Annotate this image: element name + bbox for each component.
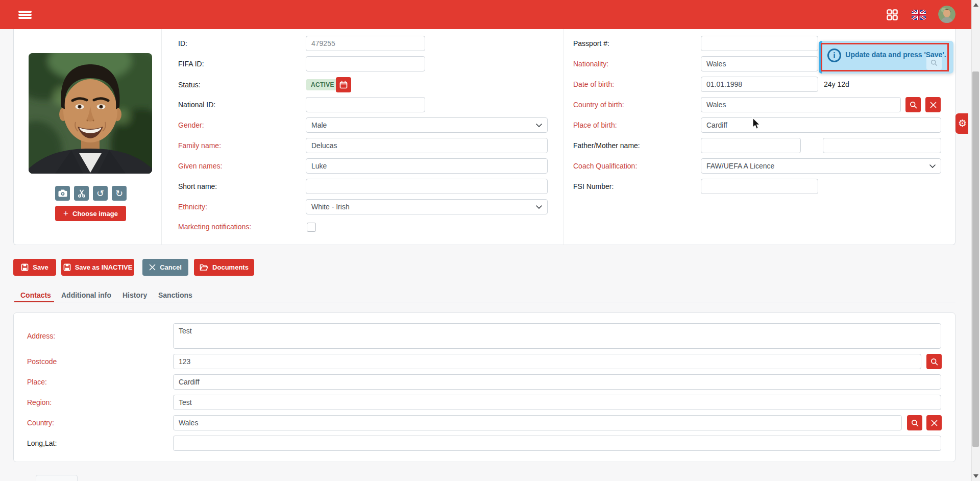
apps-grid-icon: [887, 9, 898, 20]
father-name-input[interactable]: [701, 138, 801, 153]
gender-select[interactable]: Male: [306, 117, 548, 133]
save-button[interactable]: Save: [13, 259, 56, 276]
gender-value: Male: [311, 121, 327, 129]
tab-additional-info[interactable]: Additional info: [61, 288, 111, 302]
cancel-button[interactable]: Cancel: [142, 259, 188, 276]
photo-redo-button[interactable]: ↻: [112, 186, 127, 201]
partial-button[interactable]: [36, 475, 78, 481]
camera-icon: [58, 189, 67, 197]
cancel-label: Cancel: [160, 263, 182, 271]
tab-history[interactable]: History: [122, 288, 147, 302]
save-as-inactive-label: Save as INACTIVE: [75, 263, 133, 271]
postcode-label: Postcode: [27, 354, 57, 369]
redo-icon: ↻: [115, 189, 123, 198]
address-label: Address:: [27, 328, 55, 344]
family-name-input[interactable]: [306, 138, 548, 153]
date-of-birth-input[interactable]: [701, 77, 818, 92]
long-lat-input[interactable]: [173, 436, 941, 451]
mouse-cursor: [752, 117, 762, 131]
save-hint-tooltip: i Update data and press 'Save'.: [819, 41, 953, 74]
active-tab-underline: [14, 301, 54, 302]
place-label: Place:: [27, 374, 47, 390]
menu-button[interactable]: [15, 6, 35, 23]
portrait-image: [29, 53, 152, 174]
chevron-down-icon: [536, 205, 542, 209]
close-icon: [149, 264, 156, 271]
tab-contacts[interactable]: Contacts: [20, 288, 51, 302]
status-history-button[interactable]: [336, 77, 351, 92]
save-icon: [63, 263, 71, 271]
choose-image-button[interactable]: + Choose image: [55, 206, 126, 221]
id-input[interactable]: [306, 36, 425, 51]
postcode-search-button[interactable]: [926, 354, 942, 369]
chevron-down-icon: [536, 124, 542, 127]
ethnicity-label: Ethnicity:: [178, 199, 207, 214]
photo-undo-button[interactable]: ↺: [93, 186, 108, 201]
save-label: Save: [33, 263, 48, 271]
photo-crop-button[interactable]: [74, 186, 89, 201]
search-icon: [911, 419, 919, 427]
tabs-divider: [13, 302, 955, 302]
mother-name-input[interactable]: [823, 138, 941, 153]
user-avatar[interactable]: [938, 6, 955, 23]
coach-qualification-select[interactable]: FAW/UEFA A Licence: [701, 158, 941, 174]
country-input[interactable]: [173, 415, 902, 430]
date-of-birth-label: Date of birth:: [573, 77, 614, 92]
uk-flag-icon: [912, 10, 926, 20]
short-name-input[interactable]: [306, 179, 548, 194]
settings-panel-button[interactable]: ⚙: [955, 113, 968, 134]
postcode-input[interactable]: [173, 354, 921, 369]
country-clear-button[interactable]: [926, 415, 942, 430]
documents-label: Documents: [212, 263, 249, 271]
status-badge: ACTIVE: [306, 79, 339, 90]
plus-icon: +: [63, 208, 68, 219]
column-divider: [161, 29, 162, 245]
id-label: ID:: [178, 36, 187, 51]
country-of-birth-clear-button[interactable]: [925, 97, 941, 112]
country-of-birth-input[interactable]: [701, 97, 901, 112]
search-icon: [930, 358, 938, 366]
undo-icon: ↺: [96, 189, 104, 198]
fsi-number-input[interactable]: [701, 179, 818, 194]
passport-input[interactable]: [701, 36, 818, 51]
tooltip-text: Update data and press 'Save'.: [845, 49, 946, 61]
coach-qualification-label: Coach Qualification:: [573, 158, 637, 174]
tab-sanctions[interactable]: Sanctions: [158, 288, 192, 302]
country-label: Country:: [27, 415, 54, 430]
passport-label: Passport #:: [573, 36, 609, 51]
gender-label: Gender:: [178, 117, 204, 133]
nationality-label: Nationality:: [573, 56, 608, 71]
chevron-down-icon: [929, 164, 936, 168]
person-photo: [29, 53, 152, 174]
given-names-input[interactable]: [306, 158, 548, 174]
close-icon: [930, 102, 937, 108]
fifa-id-input[interactable]: [306, 56, 425, 71]
region-input[interactable]: [173, 395, 941, 410]
country-of-birth-search-button[interactable]: [905, 97, 921, 112]
national-id-input[interactable]: [306, 97, 425, 112]
place-input[interactable]: [173, 374, 941, 390]
photo-camera-button[interactable]: [55, 186, 70, 201]
hamburger-icon: [18, 10, 32, 20]
country-search-button[interactable]: [907, 415, 922, 430]
calendar-icon: [339, 81, 348, 89]
place-of-birth-label: Place of birth:: [573, 117, 617, 133]
scroll-up-icon[interactable]: [973, 3, 978, 7]
scroll-down-icon[interactable]: [973, 474, 978, 478]
apps-button[interactable]: [885, 8, 900, 22]
address-textarea[interactable]: Test: [173, 323, 941, 349]
marketing-checkbox[interactable]: [307, 223, 316, 232]
age-text: 24y 12d: [824, 77, 849, 92]
region-label: Region:: [27, 395, 52, 410]
documents-button[interactable]: Documents: [194, 259, 254, 276]
national-id-label: National ID:: [178, 97, 215, 112]
ethnicity-select[interactable]: White - Irish: [306, 199, 548, 214]
close-icon: [931, 420, 938, 426]
nationality-input[interactable]: [701, 56, 818, 71]
place-of-birth-input[interactable]: [701, 117, 941, 133]
scrollbar-thumb[interactable]: [972, 71, 979, 447]
language-button[interactable]: [910, 8, 927, 21]
page: ↺ ↻ + Choose image ID: FIFA ID: Status: …: [0, 0, 980, 481]
father-mother-label: Father/Mother name:: [573, 138, 640, 153]
save-as-inactive-button[interactable]: Save as INACTIVE: [61, 259, 134, 276]
